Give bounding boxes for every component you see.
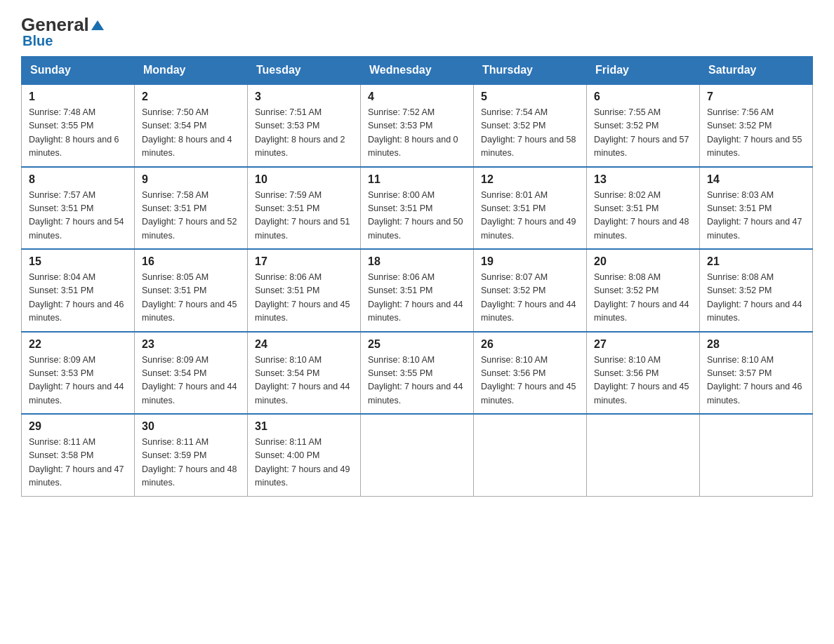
day-info: Sunrise: 8:10 AMSunset: 3:55 PMDaylight:… (368, 354, 466, 408)
calendar-cell: 7 Sunrise: 7:56 AMSunset: 3:52 PMDayligh… (700, 84, 813, 167)
calendar-header-tuesday: Tuesday (248, 57, 361, 85)
day-info: Sunrise: 8:11 AMSunset: 3:59 PMDaylight:… (142, 436, 240, 490)
day-info: Sunrise: 7:52 AMSunset: 3:53 PMDaylight:… (368, 106, 466, 161)
day-number: 29 (29, 420, 127, 433)
calendar-cell: 20 Sunrise: 8:08 AMSunset: 3:52 PMDaylig… (587, 249, 700, 332)
calendar-week-3: 15 Sunrise: 8:04 AMSunset: 3:51 PMDaylig… (22, 249, 813, 332)
page-header: General Blue (21, 14, 813, 49)
calendar-cell: 10 Sunrise: 7:59 AMSunset: 3:51 PMDaylig… (248, 167, 361, 250)
day-info: Sunrise: 7:54 AMSunset: 3:52 PMDaylight:… (481, 106, 579, 161)
day-info: Sunrise: 7:55 AMSunset: 3:52 PMDaylight:… (594, 106, 692, 161)
day-info: Sunrise: 8:10 AMSunset: 3:57 PMDaylight:… (707, 354, 805, 408)
day-number: 9 (142, 173, 240, 186)
day-number: 22 (29, 338, 127, 351)
day-info: Sunrise: 7:56 AMSunset: 3:52 PMDaylight:… (707, 106, 805, 161)
day-info: Sunrise: 8:03 AMSunset: 3:51 PMDaylight:… (707, 189, 805, 243)
calendar-cell: 11 Sunrise: 8:00 AMSunset: 3:51 PMDaylig… (361, 167, 474, 250)
logo-blue-text: Blue (22, 33, 53, 49)
calendar-cell: 22 Sunrise: 8:09 AMSunset: 3:53 PMDaylig… (22, 332, 135, 415)
calendar-cell: 26 Sunrise: 8:10 AMSunset: 3:56 PMDaylig… (474, 332, 587, 415)
svg-marker-0 (91, 20, 104, 30)
calendar-week-5: 29 Sunrise: 8:11 AMSunset: 3:58 PMDaylig… (22, 414, 813, 496)
calendar-cell: 16 Sunrise: 8:05 AMSunset: 3:51 PMDaylig… (135, 249, 248, 332)
day-number: 25 (368, 338, 466, 351)
calendar-cell: 1 Sunrise: 7:48 AMSunset: 3:55 PMDayligh… (22, 84, 135, 167)
day-number: 23 (142, 338, 240, 351)
day-info: Sunrise: 7:57 AMSunset: 3:51 PMDaylight:… (29, 189, 127, 243)
calendar-header-saturday: Saturday (700, 57, 813, 85)
calendar-cell (700, 414, 813, 496)
day-info: Sunrise: 8:05 AMSunset: 3:51 PMDaylight:… (142, 271, 240, 326)
calendar-week-4: 22 Sunrise: 8:09 AMSunset: 3:53 PMDaylig… (22, 332, 813, 415)
calendar-cell: 14 Sunrise: 8:03 AMSunset: 3:51 PMDaylig… (700, 167, 813, 250)
calendar-week-1: 1 Sunrise: 7:48 AMSunset: 3:55 PMDayligh… (22, 84, 813, 167)
calendar-cell: 28 Sunrise: 8:10 AMSunset: 3:57 PMDaylig… (700, 332, 813, 415)
day-info: Sunrise: 8:10 AMSunset: 3:56 PMDaylight:… (481, 354, 579, 408)
day-number: 4 (368, 90, 466, 103)
day-info: Sunrise: 8:01 AMSunset: 3:51 PMDaylight:… (481, 189, 579, 243)
calendar-cell: 3 Sunrise: 7:51 AMSunset: 3:53 PMDayligh… (248, 84, 361, 167)
day-number: 19 (481, 255, 579, 268)
day-number: 1 (29, 90, 127, 103)
day-number: 12 (481, 173, 579, 186)
day-info: Sunrise: 8:07 AMSunset: 3:52 PMDaylight:… (481, 271, 579, 326)
calendar-cell: 27 Sunrise: 8:10 AMSunset: 3:56 PMDaylig… (587, 332, 700, 415)
day-number: 31 (255, 420, 353, 433)
day-number: 21 (707, 255, 805, 268)
calendar-table: SundayMondayTuesdayWednesdayThursdayFrid… (21, 56, 813, 497)
calendar-week-2: 8 Sunrise: 7:57 AMSunset: 3:51 PMDayligh… (22, 167, 813, 250)
calendar-cell: 21 Sunrise: 8:08 AMSunset: 3:52 PMDaylig… (700, 249, 813, 332)
day-info: Sunrise: 8:10 AMSunset: 3:54 PMDaylight:… (255, 354, 353, 408)
calendar-cell (587, 414, 700, 496)
day-number: 20 (594, 255, 692, 268)
logo: General Blue (21, 14, 106, 49)
day-info: Sunrise: 7:50 AMSunset: 3:54 PMDaylight:… (142, 106, 240, 161)
day-info: Sunrise: 8:02 AMSunset: 3:51 PMDaylight:… (594, 189, 692, 243)
calendar-cell: 25 Sunrise: 8:10 AMSunset: 3:55 PMDaylig… (361, 332, 474, 415)
day-number: 13 (594, 173, 692, 186)
day-number: 10 (255, 173, 353, 186)
calendar-cell: 31 Sunrise: 8:11 AMSunset: 4:00 PMDaylig… (248, 414, 361, 496)
day-info: Sunrise: 8:06 AMSunset: 3:51 PMDaylight:… (255, 271, 353, 326)
day-number: 7 (707, 90, 805, 103)
calendar-header-thursday: Thursday (474, 57, 587, 85)
day-number: 3 (255, 90, 353, 103)
day-info: Sunrise: 8:04 AMSunset: 3:51 PMDaylight:… (29, 271, 127, 326)
calendar-header-wednesday: Wednesday (361, 57, 474, 85)
calendar-cell: 13 Sunrise: 8:02 AMSunset: 3:51 PMDaylig… (587, 167, 700, 250)
calendar-cell: 24 Sunrise: 8:10 AMSunset: 3:54 PMDaylig… (248, 332, 361, 415)
day-info: Sunrise: 8:09 AMSunset: 3:53 PMDaylight:… (29, 354, 127, 408)
calendar-cell: 18 Sunrise: 8:06 AMSunset: 3:51 PMDaylig… (361, 249, 474, 332)
day-number: 28 (707, 338, 805, 351)
day-number: 6 (594, 90, 692, 103)
day-info: Sunrise: 8:08 AMSunset: 3:52 PMDaylight:… (707, 271, 805, 326)
day-info: Sunrise: 7:48 AMSunset: 3:55 PMDaylight:… (29, 106, 127, 161)
day-info: Sunrise: 7:59 AMSunset: 3:51 PMDaylight:… (255, 189, 353, 243)
calendar-cell (361, 414, 474, 496)
day-info: Sunrise: 8:08 AMSunset: 3:52 PMDaylight:… (594, 271, 692, 326)
calendar-cell: 9 Sunrise: 7:58 AMSunset: 3:51 PMDayligh… (135, 167, 248, 250)
calendar-cell: 8 Sunrise: 7:57 AMSunset: 3:51 PMDayligh… (22, 167, 135, 250)
day-info: Sunrise: 8:06 AMSunset: 3:51 PMDaylight:… (368, 271, 466, 326)
day-info: Sunrise: 8:11 AMSunset: 3:58 PMDaylight:… (29, 436, 127, 490)
calendar-cell: 17 Sunrise: 8:06 AMSunset: 3:51 PMDaylig… (248, 249, 361, 332)
day-number: 15 (29, 255, 127, 268)
calendar-cell: 23 Sunrise: 8:09 AMSunset: 3:54 PMDaylig… (135, 332, 248, 415)
day-info: Sunrise: 8:09 AMSunset: 3:54 PMDaylight:… (142, 354, 240, 408)
calendar-header-monday: Monday (135, 57, 248, 85)
calendar-header-row: SundayMondayTuesdayWednesdayThursdayFrid… (22, 57, 813, 85)
day-number: 18 (368, 255, 466, 268)
calendar-cell: 12 Sunrise: 8:01 AMSunset: 3:51 PMDaylig… (474, 167, 587, 250)
day-number: 24 (255, 338, 353, 351)
day-info: Sunrise: 8:10 AMSunset: 3:56 PMDaylight:… (594, 354, 692, 408)
calendar-cell: 5 Sunrise: 7:54 AMSunset: 3:52 PMDayligh… (474, 84, 587, 167)
day-number: 16 (142, 255, 240, 268)
logo-triangle-icon (90, 18, 105, 33)
calendar-header-sunday: Sunday (22, 57, 135, 85)
calendar-cell: 6 Sunrise: 7:55 AMSunset: 3:52 PMDayligh… (587, 84, 700, 167)
calendar-cell: 4 Sunrise: 7:52 AMSunset: 3:53 PMDayligh… (361, 84, 474, 167)
day-number: 26 (481, 338, 579, 351)
day-number: 17 (255, 255, 353, 268)
day-number: 5 (481, 90, 579, 103)
calendar-cell: 19 Sunrise: 8:07 AMSunset: 3:52 PMDaylig… (474, 249, 587, 332)
